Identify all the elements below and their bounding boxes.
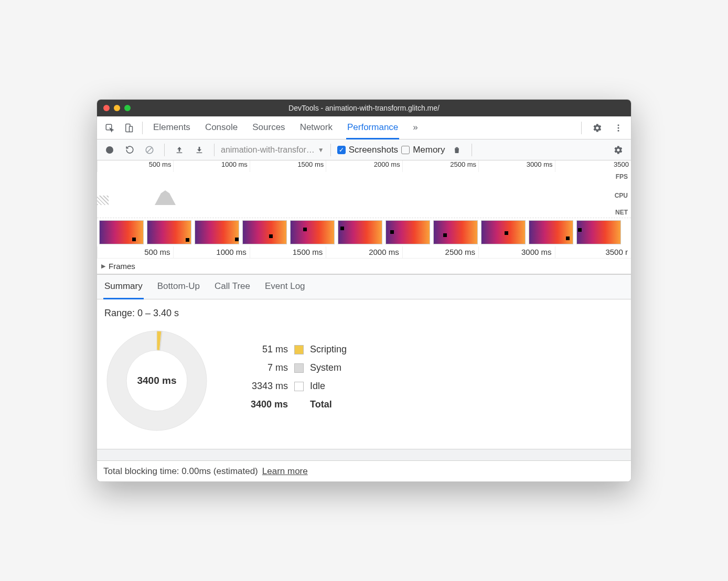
clear-icon[interactable]: [141, 142, 158, 158]
zoom-window-button[interactable]: [124, 105, 131, 111]
resizer-bar[interactable]: [97, 449, 631, 460]
animation-dot-icon: [186, 238, 189, 242]
tab-console[interactable]: Console: [204, 117, 239, 139]
ruler-tick: 3500 r: [555, 246, 631, 258]
ruler-tick: 1000 ms: [173, 160, 249, 172]
animation-dot-icon: [132, 238, 136, 241]
tab-sources[interactable]: Sources: [251, 117, 286, 139]
subtab-event-log[interactable]: Event Log: [264, 275, 306, 299]
frames-label: Frames: [109, 262, 135, 271]
filmstrip-thumbnail[interactable]: [338, 220, 382, 244]
devtools-window: DevTools - animation-with-transform.glit…: [97, 99, 631, 482]
ruler-tick: 1500 ms: [250, 246, 326, 258]
animation-dot-icon: [340, 227, 344, 230]
subtab-call-tree[interactable]: Call Tree: [213, 275, 251, 299]
overview-lanes: FPS CPU NET: [97, 172, 631, 218]
filmstrip-thumbnail[interactable]: [529, 220, 573, 244]
garbage-collect-icon[interactable]: [448, 142, 465, 158]
checkbox-checked-icon: ✓: [337, 146, 346, 154]
svg-rect-8: [177, 152, 183, 153]
ruler-tick: 500 ms: [97, 246, 173, 258]
net-lane-label: NET: [615, 209, 628, 216]
separator: [164, 144, 165, 156]
summary-donut-chart: 3400 ms: [104, 328, 209, 433]
animation-dot-icon: [566, 236, 570, 240]
separator: [142, 122, 143, 134]
profile-select-label: animation-with-transfor…: [221, 145, 315, 155]
filmstrip-thumbnail[interactable]: [242, 220, 287, 244]
filmstrip-thumbnail[interactable]: [99, 220, 144, 244]
filmstrip-thumbnail[interactable]: [386, 220, 430, 244]
overview-pane[interactable]: 500 ms 1000 ms 1500 ms 2000 ms 2500 ms 3…: [97, 160, 631, 274]
tab-network[interactable]: Network: [299, 117, 334, 139]
separator: [581, 122, 582, 134]
filmstrip-thumbnail[interactable]: [433, 220, 478, 244]
ruler-tick: 2000 ms: [326, 160, 402, 172]
filmstrip-thumbnail[interactable]: [147, 220, 191, 244]
profile-select[interactable]: animation-with-transfor… ▼: [221, 145, 324, 155]
ruler-tick: 3000 ms: [478, 160, 554, 172]
ruler-tick: 1500 ms: [250, 160, 326, 172]
legend-ms: 3400 ms: [241, 399, 288, 410]
animation-dot-icon: [578, 228, 582, 232]
filmstrip-time-ruler: 500 ms 1000 ms 1500 ms 2000 ms 2500 ms 3…: [97, 246, 631, 258]
load-profile-icon[interactable]: [171, 142, 188, 158]
subtab-bottom-up[interactable]: Bottom-Up: [156, 275, 201, 299]
save-profile-icon[interactable]: [191, 142, 208, 158]
animation-dot-icon: [443, 233, 447, 237]
tab-performance[interactable]: Performance: [346, 117, 399, 139]
legend-ms: 51 ms: [241, 344, 288, 355]
legend-row: 7 msSystem: [241, 362, 347, 373]
reload-record-icon[interactable]: [121, 142, 138, 158]
ruler-tick: 1000 ms: [173, 246, 249, 258]
more-menu-icon[interactable]: [610, 120, 627, 136]
svg-rect-2: [130, 126, 133, 132]
svg-rect-9: [197, 152, 202, 153]
traffic-lights: [103, 105, 131, 111]
svg-line-7: [147, 147, 152, 152]
capture-settings-gear-icon[interactable]: [610, 142, 627, 158]
screenshots-label: Screenshots: [349, 145, 399, 155]
memory-checkbox[interactable]: Memory: [401, 145, 445, 155]
filmstrip-thumbnail[interactable]: [576, 220, 621, 244]
learn-more-link[interactable]: Learn more: [262, 466, 308, 477]
close-window-button[interactable]: [103, 105, 110, 111]
minimize-window-button[interactable]: [114, 105, 120, 111]
loading-hatch-icon: [97, 196, 109, 205]
ruler-tick: 3000 ms: [478, 246, 554, 258]
titlebar: DevTools - animation-with-transform.glit…: [97, 100, 631, 116]
screenshots-checkbox[interactable]: ✓ Screenshots: [337, 145, 399, 155]
panel-tabs-right: [578, 120, 627, 136]
record-button[interactable]: [101, 142, 118, 158]
filmstrip-thumbnail[interactable]: [290, 220, 335, 244]
settings-gear-icon[interactable]: [589, 120, 606, 136]
filmstrip-thumbnail[interactable]: [195, 220, 239, 244]
tabs-overflow-button[interactable]: »: [412, 117, 419, 139]
svg-point-4: [618, 127, 619, 128]
device-toolbar-icon[interactable]: [120, 120, 137, 136]
legend-label: Total: [310, 399, 332, 410]
separator: [472, 144, 472, 156]
inspect-element-icon[interactable]: [101, 120, 118, 136]
checkbox-empty-icon: [401, 146, 410, 154]
ruler-tick: 500 ms: [97, 160, 173, 172]
tab-elements[interactable]: Elements: [152, 117, 191, 139]
chevron-down-icon: ▼: [318, 146, 324, 154]
frames-section-header[interactable]: ▶ Frames: [97, 258, 631, 274]
subtab-summary[interactable]: Summary: [103, 275, 144, 299]
legend-ms: 3343 ms: [241, 381, 288, 392]
filmstrip[interactable]: [97, 218, 631, 246]
filmstrip-thumbnail[interactable]: [481, 220, 526, 244]
legend-row-total: 3400 msTotal: [241, 399, 347, 410]
legend-label: System: [310, 362, 341, 373]
panel-tabs-row: Elements Console Sources Network Perform…: [97, 116, 631, 139]
animation-dot-icon: [390, 230, 394, 234]
legend-row: 3343 msIdle: [241, 381, 347, 392]
svg-point-5: [618, 130, 619, 131]
disclosure-triangle-icon: ▶: [101, 263, 105, 270]
legend-ms: 7 ms: [241, 362, 288, 373]
overview-time-ruler: 500 ms 1000 ms 1500 ms 2000 ms 2500 ms 3…: [97, 160, 631, 172]
ruler-tick: 3500: [555, 160, 631, 172]
range-label: Range: 0 – 3.40 s: [104, 308, 624, 319]
animation-dot-icon: [303, 228, 307, 231]
